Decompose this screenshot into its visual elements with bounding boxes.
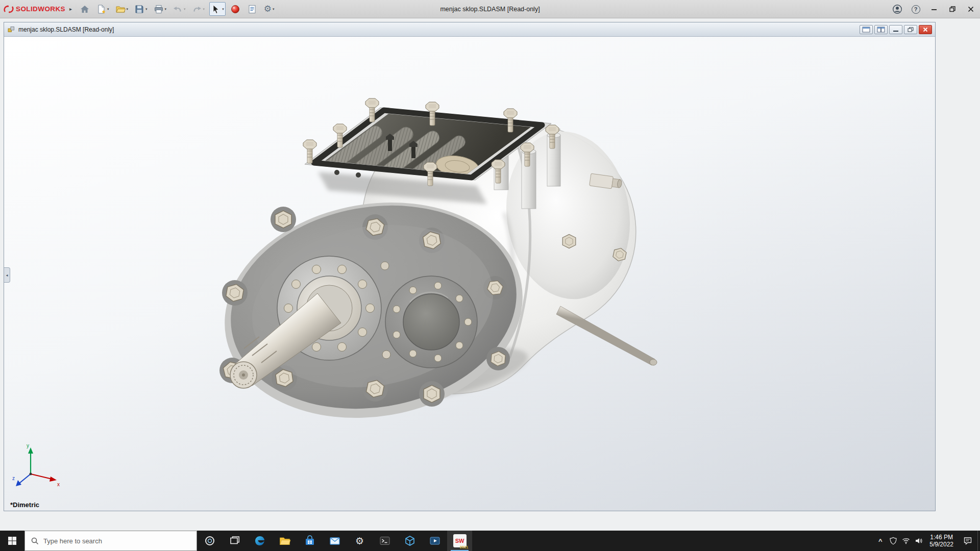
settings-gear-icon: ⚙ [355,536,364,546]
search-icon [31,537,39,545]
file-properties-icon [247,4,257,14]
action-center-button[interactable] [958,531,977,551]
show-desktop-button[interactable] [977,531,980,551]
taskbar-item-mail[interactable] [322,531,347,551]
clock-time: 1:46 PM [929,534,953,541]
new-document-button[interactable]: ▾ [94,2,111,16]
redo-icon [192,4,202,14]
taskbar-item-settings[interactable]: ⚙ [347,531,372,551]
search-input[interactable] [43,537,171,545]
start-button[interactable] [0,531,24,551]
tile-pane-icon [862,27,870,33]
clock-date: 5/9/2022 [929,541,953,548]
ds-logo-icon [3,4,14,14]
action-center-icon [963,536,972,545]
chevron-up-icon: ^ [878,537,883,545]
save-icon [134,4,144,14]
network-tray-icon[interactable] [899,531,912,551]
dropdown-caret: ▾ [127,7,129,11]
file-explorer-icon [279,535,291,547]
taskbar-item-movies-tv[interactable] [422,531,447,551]
hidden-icons-button[interactable]: ^ [874,531,887,551]
side-cover[interactable] [385,276,477,368]
cortana-icon [204,535,215,546]
taskbar-item-solidworks[interactable]: SW 2021 [447,531,472,551]
split-pane-button[interactable] [874,25,888,34]
command-prompt-icon [379,535,391,547]
app-titlebar: SOLIDWORKS ▸ ▾ ▾ ▾ ▾ [0,0,980,18]
home-icon [80,4,90,14]
restore-button[interactable] [943,0,962,18]
panel-collapse-tab[interactable]: ◂ [4,267,10,283]
dropdown-caret: ▾ [107,7,109,11]
taskbar-search[interactable] [24,531,197,551]
app-window-title: menjac sklop.SLDASM [Read-only] [440,0,540,18]
account-button[interactable] [888,0,906,18]
print-icon [154,4,164,14]
triad-z-label: z [12,475,15,481]
document-titlebar[interactable]: menjac sklop.SLDASM [Read-only] [4,22,935,37]
speaker-icon [915,537,923,545]
new-document-icon [96,4,106,14]
doc-restore-button[interactable] [904,25,917,34]
dropdown-caret: ▾ [184,7,186,11]
wifi-icon [902,537,910,545]
doc-minimize-icon [892,27,899,33]
open-button[interactable]: ▾ [114,2,130,16]
3d-viewer-icon [404,535,416,547]
select-cursor-icon [211,4,221,14]
split-pane-icon [877,27,885,33]
document-title: menjac sklop.SLDASM [Read-only] [18,26,114,33]
select-tool-button[interactable]: ▾ [209,2,226,16]
triad-x-label: x [57,482,60,487]
taskbar-item-file-explorer[interactable] [272,531,297,551]
file-properties-button[interactable] [246,2,259,16]
undo-icon [173,4,183,14]
solidworks-app-icon: SW 2021 [453,534,467,547]
taskbar-item-command-prompt[interactable] [372,531,397,551]
view-orientation-label: *Dimetric [10,501,39,509]
doc-restore-icon [907,27,914,33]
edit-appearance-button[interactable] [229,2,242,16]
taskbar-clock[interactable]: 1:46 PM 5/9/2022 [925,534,958,548]
taskbar-item-cortana[interactable] [197,531,222,551]
print-button[interactable]: ▾ [152,2,168,16]
assembly-document-icon [7,26,15,34]
open-folder-icon [115,4,126,14]
shield-icon [889,537,897,545]
minimize-icon [930,6,938,13]
orientation-triad[interactable]: y x z [11,440,62,489]
windows-logo-icon [8,536,17,545]
taskbar-item-task-view[interactable] [222,531,247,551]
doc-minimize-button[interactable] [889,25,902,34]
doc-close-icon [922,27,928,33]
solidworks-logo: SOLIDWORKS [3,4,65,14]
restore-icon [948,5,957,13]
save-button[interactable]: ▾ [133,2,149,16]
volume-tray-icon[interactable] [912,531,925,551]
undo-button[interactable]: ▾ [171,2,187,16]
mail-icon [329,535,341,547]
account-icon [892,4,902,14]
minimize-button[interactable] [925,0,943,18]
expand-menu-arrow[interactable]: ▸ [69,6,72,12]
gearbox-model[interactable] [4,37,935,511]
taskbar-item-3d-viewer[interactable] [397,531,422,551]
dropdown-caret: ▾ [165,7,167,11]
3d-viewport[interactable]: y x z *Dimetric ◂ [4,37,935,511]
help-button[interactable]: ? [906,0,925,18]
brand-name: SOLIDWORKS [16,5,65,13]
doc-close-button[interactable] [919,25,932,34]
options-button[interactable]: ⚙ ▾ [262,2,276,16]
output-shaft[interactable] [556,306,657,365]
appearance-ball-icon [230,4,240,14]
tile-pane-button[interactable] [860,25,873,34]
home-button[interactable] [78,2,91,16]
close-button[interactable] [962,0,980,18]
solidworks-year-badge: 2021 [460,545,469,549]
taskbar-item-store[interactable] [297,531,322,551]
security-tray-icon[interactable] [887,531,899,551]
redo-button[interactable]: ▾ [190,2,207,16]
taskbar-item-edge[interactable] [247,531,272,551]
close-icon [967,6,974,13]
